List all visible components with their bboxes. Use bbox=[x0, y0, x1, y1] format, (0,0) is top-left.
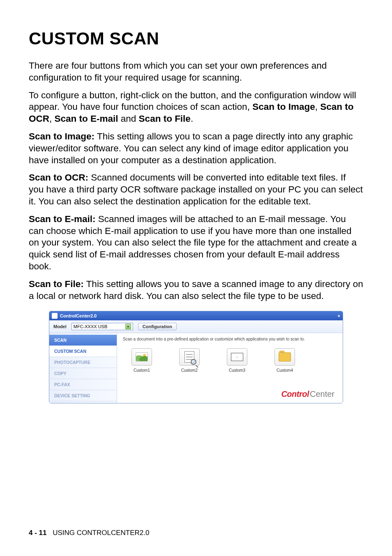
configuration-button[interactable]: Configuration bbox=[138, 323, 177, 330]
controlcenter-window: ControlCenter2.0 × Model MFC-XXXX USB ▼ … bbox=[49, 311, 343, 403]
scan-to-file-paragraph: Scan to File: This setting allows you to… bbox=[29, 278, 363, 302]
scan-to-image-head: Scan to Image: bbox=[29, 131, 95, 141]
sidebar-item-scan[interactable]: SCAN bbox=[49, 335, 117, 346]
model-label: Model bbox=[53, 324, 67, 329]
custom4-label: Custom4 bbox=[277, 368, 293, 373]
envelope-icon bbox=[227, 348, 247, 366]
logo-control: Control bbox=[281, 389, 309, 398]
page-title: CUSTOM SCAN bbox=[29, 29, 363, 49]
scan-to-image-paragraph: Scan to Image: This setting allows you t… bbox=[29, 131, 363, 166]
content-description: Scan a document into a pre-defined appli… bbox=[123, 336, 337, 342]
image-icon bbox=[131, 348, 152, 366]
logo: ControlCenter bbox=[123, 386, 337, 399]
custom3-label: Custom3 bbox=[229, 368, 245, 373]
p2-sep2: , bbox=[49, 114, 55, 124]
sidebar-item-photocapture[interactable]: PHOTOCAPTURE bbox=[49, 357, 117, 368]
app-icon bbox=[52, 313, 58, 319]
page-footer: 4 - 11 USING CONTROLCENTER2.0 bbox=[29, 529, 149, 537]
page-number: 4 - 11 bbox=[29, 529, 46, 537]
p2-sep3: and bbox=[118, 114, 139, 124]
document-icon bbox=[179, 348, 200, 366]
model-value: MFC-XXXX USB bbox=[74, 324, 108, 329]
window-body: SCAN CUSTOM SCAN PHOTOCAPTURE COPY PC-FA… bbox=[49, 333, 343, 403]
custom2-button[interactable]: Custom2 bbox=[175, 348, 204, 373]
scan-to-file-head: Scan to File: bbox=[29, 279, 84, 289]
content-pane: Scan a document into a pre-defined appli… bbox=[117, 333, 343, 403]
custom1-label: Custom1 bbox=[134, 368, 150, 373]
p2-scan-to-email: Scan to E-mail bbox=[55, 114, 118, 124]
p2-sep1: , bbox=[315, 102, 321, 112]
p2-scan-to-image: Scan to Image bbox=[252, 102, 315, 112]
window-toolbar: Model MFC-XXXX USB ▼ Configuration bbox=[49, 320, 343, 333]
configure-paragraph: To configure a button, right-click on th… bbox=[29, 90, 363, 125]
custom1-button[interactable]: Custom1 bbox=[127, 348, 157, 373]
sidebar-item-device-setting[interactable]: DEVICE SETTING bbox=[49, 390, 117, 401]
chevron-down-icon[interactable]: ▼ bbox=[125, 324, 131, 329]
scan-to-email-head: Scan to E-mail: bbox=[29, 214, 96, 224]
p2-scan-to-file: Scan to File bbox=[139, 114, 191, 124]
intro-paragraph: There are four buttons from which you ca… bbox=[29, 60, 363, 84]
folder-icon bbox=[274, 348, 295, 366]
scan-to-email-paragraph: Scan to E-mail: Scanned images will be a… bbox=[29, 213, 363, 273]
scan-to-ocr-head: Scan to OCR: bbox=[29, 172, 88, 183]
footer-label: USING CONTROLCENTER2.0 bbox=[53, 529, 149, 537]
window-titlebar[interactable]: ControlCenter2.0 × bbox=[49, 311, 343, 320]
sidebar-item-custom-scan[interactable]: CUSTOM SCAN bbox=[49, 346, 117, 357]
window-title: ControlCenter2.0 bbox=[60, 313, 97, 318]
sidebar-item-copy[interactable]: COPY bbox=[49, 368, 117, 379]
close-icon[interactable]: × bbox=[338, 313, 340, 318]
logo-center: Center bbox=[310, 389, 334, 398]
custom2-label: Custom2 bbox=[181, 368, 198, 373]
custom4-button[interactable]: Custom4 bbox=[270, 348, 300, 373]
sidebar-item-pcfax[interactable]: PC-FAX bbox=[49, 379, 117, 390]
custom3-button[interactable]: Custom3 bbox=[222, 348, 252, 373]
model-select[interactable]: MFC-XXXX USB ▼ bbox=[71, 323, 133, 330]
sidebar: SCAN CUSTOM SCAN PHOTOCAPTURE COPY PC-FA… bbox=[49, 333, 117, 403]
p2-end: . bbox=[191, 114, 193, 124]
scan-to-ocr-paragraph: Scan to OCR: Scanned documents will be c… bbox=[29, 172, 363, 207]
custom-button-row: Custom1 Custom2 Custom3 bbox=[123, 346, 337, 377]
